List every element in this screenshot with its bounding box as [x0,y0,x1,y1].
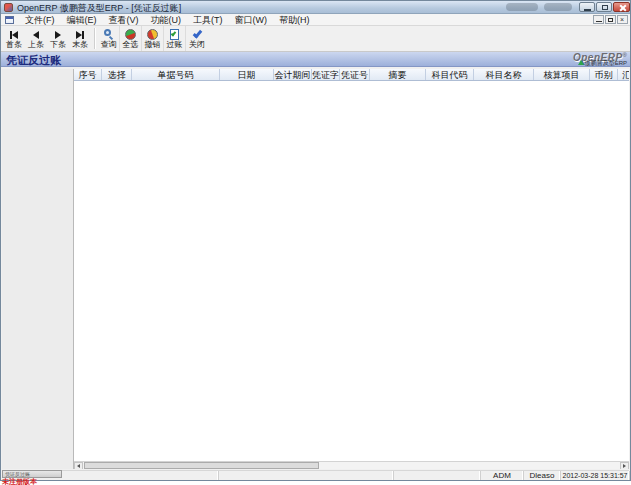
col-header-currency[interactable]: 币别 [590,69,618,80]
watermark-text: 未注册版本 [2,477,37,485]
page-title: 凭证反过账 [6,53,61,68]
col-header-date[interactable]: 日期 [220,69,274,80]
toolbar-post-button[interactable]: 过账 [164,26,186,51]
minimize-icon [596,21,602,22]
close-window-icon [195,29,200,40]
menu-item-function[interactable]: 功能(U) [145,14,188,26]
openerp-logo: OpenERP® 傲鹏普及型ERP [573,52,627,67]
toolbar-separator [94,28,95,49]
grid-body-empty[interactable] [74,81,629,461]
title-bar[interactable]: OpenERP 傲鹏普及型ERP - [凭证反过账] [1,1,630,14]
minimize-icon [584,9,591,11]
scroll-left-button[interactable] [74,462,83,469]
col-header-account-name[interactable]: 科目名称 [474,69,534,80]
menu-item-window[interactable]: 窗口(W) [229,14,274,26]
maximize-button[interactable] [596,2,612,12]
next-record-icon [55,29,61,40]
toolbar-undo-button[interactable]: 撤销 [142,26,164,51]
view-header-bar: 凭证反过账 OpenERP® 傲鹏普及型ERP [1,52,630,67]
status-datetime: 2012-03-28 15:31:57 [561,471,630,480]
toolbar-query-button[interactable]: 查询 [98,26,120,51]
menu-item-help[interactable]: 帮助(H) [273,14,316,26]
logo-spark-icon [578,60,584,65]
close-button[interactable] [613,2,630,12]
close-icon [619,4,626,11]
col-header-account-code[interactable]: 科目代码 [426,69,474,80]
toolbar-next-button[interactable]: 下条 [47,26,69,51]
mdi-minimize-button[interactable] [593,15,604,24]
menu-item-tools[interactable]: 工具(T) [187,14,229,26]
titlebar-ghost [544,3,572,11]
col-header-seq[interactable]: 序号 [74,69,102,80]
toolbar: 首条 上条 下条 末条 查询 全选 撤销 过账 [1,26,630,52]
app-window: OpenERP 傲鹏普及型ERP - [凭证反过账] 文件(F) 编辑(E) 查… [0,0,631,481]
scroll-left-icon [77,464,80,468]
col-header-period[interactable]: 会计期间 [274,69,312,80]
scrollbar-thumb[interactable] [84,462,319,469]
prev-record-icon [33,29,39,40]
col-header-voucher-word[interactable]: 凭证字 [312,69,340,80]
status-cell [394,471,481,480]
scroll-right-icon [623,464,626,468]
first-record-icon [10,29,18,40]
col-header-voucher-no[interactable]: 凭证号 [340,69,370,80]
mdi-child-icon [5,16,14,24]
status-company: Dleaso [524,471,561,480]
horizontal-scrollbar[interactable] [74,461,629,469]
logo-registered-mark: ® [623,52,627,58]
menu-item-edit[interactable]: 编辑(E) [61,14,103,26]
menu-bar: 文件(F) 编辑(E) 查看(V) 功能(U) 工具(T) 窗口(W) 帮助(H… [1,14,630,26]
post-voucher-icon [170,29,179,40]
mdi-window-controls: × [593,15,628,24]
status-bar: ADM Dleaso 2012-03-28 15:31:57 [2,470,629,480]
menu-item-file[interactable]: 文件(F) [19,14,61,26]
maximize-icon [602,5,608,10]
minimize-button[interactable] [579,2,595,12]
menu-item-view[interactable]: 查看(V) [103,14,145,26]
scroll-right-button[interactable] [620,462,629,469]
last-record-icon [76,29,84,40]
toolbar-first-button[interactable]: 首条 [3,26,25,51]
toolbar-prev-button[interactable]: 上条 [25,26,47,51]
window-title: OpenERP 傲鹏普及型ERP - [凭证反过账] [17,2,181,14]
col-header-aux-item[interactable]: 核算项目 [534,69,590,80]
toolbar-close-button[interactable]: 关闭 [186,26,208,51]
col-header-summary[interactable]: 摘要 [370,69,426,80]
undo-icon [147,29,158,40]
voucher-grid: 序号 选择 单据号码 日期 会计期间 凭证字 凭证号 摘要 科目代码 科目名称 … [73,69,629,469]
background-strip [0,481,631,485]
col-header-select[interactable]: 选择 [102,69,132,80]
app-icon [4,3,13,12]
close-icon: × [620,17,624,23]
toolbar-last-button[interactable]: 末条 [69,26,91,51]
col-header-exchange-rate[interactable]: 汇率 [618,69,629,80]
mdi-close-button[interactable]: × [617,15,628,24]
logo-subtitle: 傲鹏普及型ERP [573,60,627,67]
toolbar-select-all-button[interactable]: 全选 [120,26,142,51]
status-cell [219,471,394,480]
titlebar-ghost [506,3,538,11]
status-user: ADM [481,471,524,480]
select-all-icon [125,29,136,40]
grid-header-row: 序号 选择 单据号码 日期 会计期间 凭证字 凭证号 摘要 科目代码 科目名称 … [74,69,629,81]
search-icon [103,29,114,40]
restore-icon [608,18,613,22]
mdi-client-area: 序号 选择 单据号码 日期 会计期间 凭证字 凭证号 摘要 科目代码 科目名称 … [2,69,629,469]
mdi-restore-button[interactable] [605,15,616,24]
col-header-doc-no[interactable]: 单据号码 [132,69,220,80]
